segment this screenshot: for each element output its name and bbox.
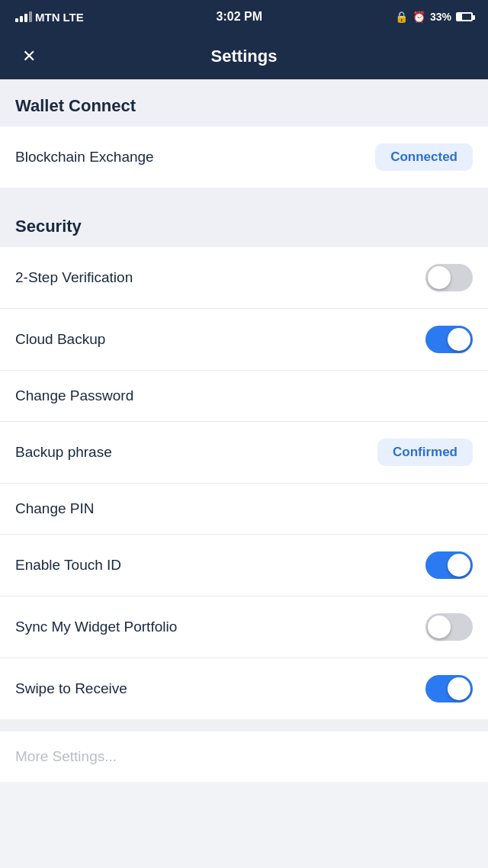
cloud-backup-toggle[interactable] <box>425 326 473 353</box>
section-gap-1 <box>0 188 488 200</box>
network-label: LTE <box>63 11 84 24</box>
security-card: 2-Step Verification Cloud Backup Change … <box>0 247 488 719</box>
sync-widget-portfolio-toggle[interactable] <box>425 613 473 641</box>
swipe-to-receive-knob <box>448 677 470 700</box>
two-step-verification-knob <box>428 266 451 289</box>
blockchain-exchange-label: Blockchain Exchange <box>15 149 154 166</box>
enable-touch-id-knob <box>448 554 470 577</box>
header: ✕ Settings <box>0 34 488 79</box>
status-left: MTN LTE <box>15 11 84 24</box>
wallet-connect-card: Blockchain Exchange Connected <box>0 127 488 188</box>
security-section-header: Security <box>0 200 488 247</box>
change-pin-row[interactable]: Change PIN <box>0 484 488 535</box>
swipe-to-receive-label: Swipe to Receive <box>15 680 127 697</box>
status-right: 🔒 ⏰ 33% <box>395 11 473 23</box>
backup-phrase-label: Backup phrase <box>15 444 112 461</box>
cloud-backup-knob <box>448 328 470 351</box>
sync-widget-portfolio-knob <box>428 616 451 638</box>
alarm-icon: ⏰ <box>413 11 425 23</box>
two-step-verification-row: 2-Step Verification <box>0 247 488 309</box>
wallet-connect-title: Wallet Connect <box>15 96 136 115</box>
confirmed-badge: Confirmed <box>377 439 473 466</box>
sync-widget-portfolio-row: Sync My Widget Portfolio <box>0 596 488 658</box>
signal-icon <box>15 11 32 22</box>
more-settings-label: More Settings... <box>15 748 117 765</box>
enable-touch-id-label: Enable Touch ID <box>15 557 121 574</box>
carrier-label: MTN <box>35 11 60 24</box>
cloud-backup-label: Cloud Backup <box>15 331 105 348</box>
security-title: Security <box>15 217 82 236</box>
page-title: Settings <box>211 47 278 66</box>
change-password-row[interactable]: Change Password <box>0 371 488 422</box>
wallet-connect-section-header: Wallet Connect <box>0 79 488 127</box>
change-pin-label: Change PIN <box>15 500 95 517</box>
enable-touch-id-row: Enable Touch ID <box>0 535 488 596</box>
backup-phrase-row: Backup phrase Confirmed <box>0 422 488 484</box>
status-bar: MTN LTE 3:02 PM 🔒 ⏰ 33% <box>0 0 488 34</box>
close-button[interactable]: ✕ <box>15 43 43 70</box>
status-time: 3:02 PM <box>217 10 262 24</box>
lock-icon: 🔒 <box>395 11 408 23</box>
two-step-verification-label: 2-Step Verification <box>15 269 133 286</box>
blockchain-exchange-row: Blockchain Exchange Connected <box>0 127 488 188</box>
enable-touch-id-toggle[interactable] <box>425 551 473 579</box>
cloud-backup-row: Cloud Backup <box>0 309 488 371</box>
more-settings-row[interactable]: More Settings... <box>0 731 488 782</box>
battery-label: 33% <box>430 11 451 23</box>
two-step-verification-toggle[interactable] <box>425 264 473 291</box>
more-settings-card: More Settings... <box>0 731 488 782</box>
change-password-label: Change Password <box>15 387 133 404</box>
swipe-to-receive-row: Swipe to Receive <box>0 658 488 719</box>
swipe-to-receive-toggle[interactable] <box>425 675 473 702</box>
connected-badge: Connected <box>375 143 473 171</box>
section-gap-2 <box>0 719 488 731</box>
sync-widget-portfolio-label: Sync My Widget Portfolio <box>15 619 177 635</box>
battery-icon <box>456 12 473 21</box>
